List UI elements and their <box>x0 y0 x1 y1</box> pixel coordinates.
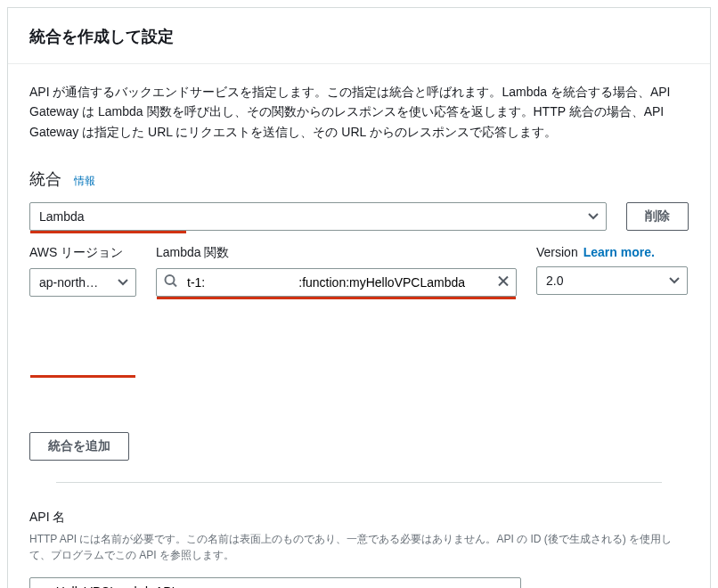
region-value: ap-north… <box>39 275 98 290</box>
api-name-section: API 名 HTTP API には名前が必要です。この名前は表面上のものであり、… <box>29 510 689 588</box>
version-field: Version Learn more. 2.0 <box>536 245 688 418</box>
integration-section-title: 統合 <box>29 168 61 190</box>
version-select[interactable]: 2.0 <box>536 266 688 418</box>
chevron-down-icon <box>118 279 128 286</box>
lambda-function-label: Lambda 関数 <box>156 245 517 261</box>
search-icon <box>164 274 178 291</box>
chevron-down-icon <box>669 277 680 284</box>
integration-type-value: Lambda <box>39 209 85 224</box>
svg-line-1 <box>174 283 177 287</box>
integration-panel: 統合を作成して設定 API が通信するバックエンドサービスを指定します。この指定… <box>7 7 711 588</box>
highlight-underline <box>30 231 186 233</box>
api-name-description: HTTP API には名前が必要です。この名前は表面上のものであり、一意である必… <box>29 531 689 563</box>
version-label: Version Learn more. <box>536 245 688 259</box>
panel-header: 統合を作成して設定 <box>8 8 710 64</box>
add-integration-button[interactable]: 統合を追加 <box>29 432 129 461</box>
lambda-function-input[interactable] <box>156 268 517 297</box>
svg-point-0 <box>166 275 175 284</box>
integration-details-row: AWS リージョン ap-north… Lambda 関数 <box>29 245 689 418</box>
integration-type-select[interactable]: Lambda <box>29 202 607 231</box>
highlight-underline <box>157 297 516 299</box>
section-divider <box>56 482 662 483</box>
region-select[interactable]: ap-north… <box>29 268 136 375</box>
clear-icon[interactable] <box>497 275 510 290</box>
panel-description: API が通信するバックエンドサービスを指定します。この指定は統合と呼ばれます。… <box>29 82 689 142</box>
api-name-label: API 名 <box>29 510 689 526</box>
panel-title: 統合を作成して設定 <box>29 26 689 47</box>
info-link[interactable]: 情報 <box>74 174 95 189</box>
chevron-down-icon <box>588 213 599 220</box>
integration-section-header: 統合 情報 <box>29 168 689 190</box>
lambda-function-input-wrap <box>156 268 517 297</box>
panel-body: API が通信するバックエンドサービスを指定します。この指定は統合と呼ばれます。… <box>8 64 710 588</box>
learn-more-link[interactable]: Learn more. <box>583 245 655 259</box>
integration-type-row: Lambda 削除 <box>29 202 689 231</box>
region-label: AWS リージョン <box>29 245 136 261</box>
delete-integration-button[interactable]: 削除 <box>626 202 689 231</box>
api-name-input[interactable] <box>29 577 521 588</box>
lambda-function-field: Lambda 関数 <box>156 245 517 418</box>
highlight-underline <box>30 375 135 378</box>
region-field: AWS リージョン ap-north… <box>29 245 136 418</box>
version-value: 2.0 <box>546 274 563 288</box>
